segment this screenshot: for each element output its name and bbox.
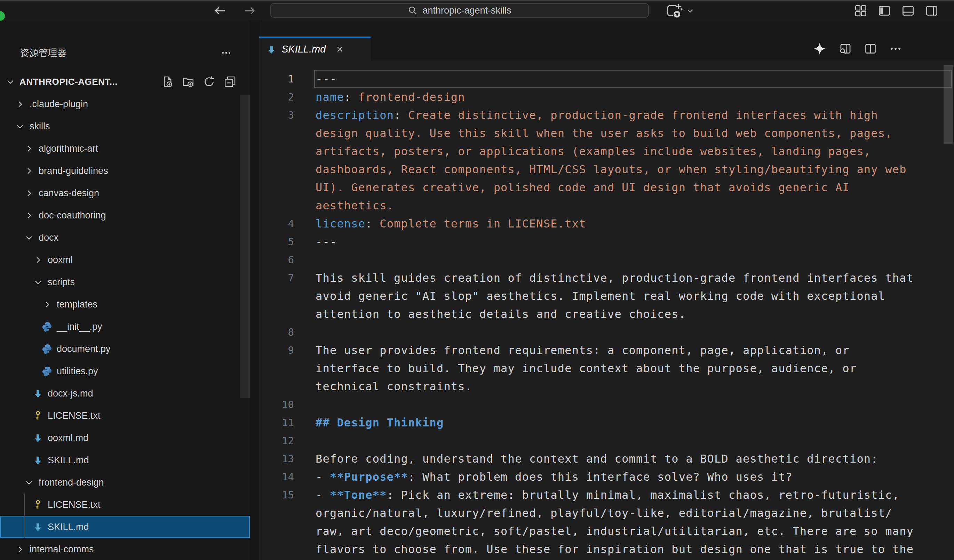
command-center-search[interactable]: anthropic-agent-skills [270,3,649,18]
tree-item-license.txt[interactable]: LICENSE.txt [0,404,250,427]
markdown-file-icon [266,44,277,54]
tree-item-algorithmic-art[interactable]: algorithmic-art [0,137,250,160]
code-line-3: 3description: Create distinctive, produc… [259,106,954,124]
line-number: 1 [259,70,294,88]
line-number: 13 [259,450,294,468]
tree-item-license.txt[interactable]: LICENSE.txt [0,493,250,516]
code-text: aesthetics. [294,196,394,215]
tree-item-skill.md[interactable]: SKILL.md [0,516,250,538]
titlebar: anthropic-agent-skills [0,1,954,20]
tree-item-docx[interactable]: docx [0,226,250,249]
tree-item-label: SKILL.md [48,522,89,532]
tree-item---init--.py[interactable]: __init__.py [0,316,250,338]
traffic-light-green[interactable] [0,11,5,21]
tree-item-label: ooxml.md [48,433,88,443]
tree-item-ooxml.md[interactable]: ooxml.md [0,427,250,449]
code-text: This skill guides creation of distinctiv… [294,269,913,287]
python-icon [42,344,52,354]
tree-item-frontend-design[interactable]: frontend-design [0,471,250,493]
line-number [259,504,294,522]
tree-item-document.py[interactable]: document.py [0,338,250,360]
tree-item-canvas-design[interactable]: canvas-design [0,182,250,204]
tree-item-.claude-plugin[interactable]: .claude-plugin [0,93,250,115]
code-text: - **Tone**: Pick an extreme: brutally mi… [294,486,899,504]
line-number [259,522,294,540]
sidebar-resize-sash[interactable] [250,20,259,560]
code-line-wrap: avoid generic "AI slop" aesthetics. Impl… [259,287,954,305]
toggle-panel-icon[interactable] [902,5,914,17]
forward-arrow-icon[interactable] [244,6,256,16]
code-line-wrap: flavors to choose from. Use these for in… [259,540,954,558]
chevron-right-icon [15,100,25,109]
code-editor[interactable]: 1---2name: frontend-design3description: … [259,61,954,560]
code-line-wrap: UI). Generates creative, polished code a… [259,179,954,196]
refresh-icon[interactable] [203,76,215,88]
open-preview-icon[interactable] [839,42,852,55]
split-editor-icon[interactable] [864,42,877,55]
tree-item-label: utilities.py [57,366,98,377]
code-text: avoid generic "AI slop" aesthetics. Impl… [294,287,885,305]
tree-item-brand-guidelines[interactable]: brand-guidelines [0,160,250,182]
line-number: 10 [259,395,294,414]
tree-item-utilities.py[interactable]: utilities.py [0,360,250,382]
explorer-title: 资源管理器 [20,47,67,59]
customize-layout-icon[interactable] [854,5,867,17]
code-text: UI). Generates creative, polished code a… [294,179,850,196]
sparkle-icon[interactable] [813,42,827,56]
tree-item-internal-comms[interactable]: internal-comms [0,538,250,560]
line-number: 9 [259,341,294,359]
line-number [259,124,294,142]
editor-scrollbar[interactable] [943,65,953,144]
history-nav [214,1,256,20]
code-line-6: 6 [259,251,954,269]
tree-item-templates[interactable]: templates [0,293,250,316]
code-text: The user provides frontend requirements:… [294,341,850,359]
toggle-secondary-sidebar-icon[interactable] [926,5,938,17]
line-number: 12 [259,432,294,450]
tree-item-doc-coauthoring[interactable]: doc-coauthoring [0,204,250,226]
tree-item-label: LICENSE.txt [48,499,101,510]
line-number: 4 [259,215,294,233]
tab-label: SKILL.md [282,44,326,55]
ellipsis-icon[interactable] [221,48,231,58]
chevron-right-icon [24,188,34,198]
line-number: 5 [259,233,294,251]
sidebar-scrollbar[interactable] [240,95,250,398]
code-line-11: 11## Design Thinking [259,414,954,432]
code-text: name: frontend-design [294,88,465,106]
close-icon[interactable] [335,45,344,54]
copilot-menu-button[interactable] [665,3,694,19]
key-icon [33,411,43,421]
markdown-icon [33,455,43,465]
line-number: 3 [259,106,294,124]
tab-bar: SKILL.md [259,37,954,61]
tree-item-docx-js.md[interactable]: docx-js.md [0,382,250,404]
tree-item-ooxml[interactable]: ooxml [0,249,250,271]
collapse-all-icon[interactable] [224,76,236,88]
tab-skill-md[interactable]: SKILL.md [259,37,371,61]
code-text: organic/natural, luxury/refined, playful… [294,504,892,522]
tree-item-label: LICENSE.txt [48,411,101,421]
workspace-section-header[interactable]: ANTHROPIC-AGENT... [0,72,250,92]
new-folder-icon[interactable] [182,76,194,88]
chevron-right-icon [42,300,52,309]
code-text [294,251,316,269]
tree-item-skills[interactable]: skills [0,115,250,137]
chevron-down-icon [6,77,15,87]
tree-item-label: canvas-design [39,188,99,199]
code-line-wrap: design quality. Use this skill when the … [259,124,954,142]
tree-item-label: brand-guidelines [39,166,108,176]
more-actions-icon[interactable] [889,42,902,55]
tree-item-scripts[interactable]: scripts [0,271,250,293]
toggle-primary-sidebar-icon[interactable] [878,5,891,17]
copilot-disabled-icon [665,3,683,19]
code-text: design quality. Use this skill when the … [294,124,892,142]
line-number: 15 [259,486,294,504]
line-number [259,287,294,305]
new-file-icon[interactable] [161,76,173,88]
back-arrow-icon[interactable] [214,6,226,16]
code-text: raw, art deco/geometric, soft/pastel, in… [294,522,913,540]
chevron-right-icon [24,144,34,153]
tree-item-skill.md[interactable]: SKILL.md [0,449,250,471]
code-line-wrap: raw, art deco/geometric, soft/pastel, in… [259,522,954,540]
